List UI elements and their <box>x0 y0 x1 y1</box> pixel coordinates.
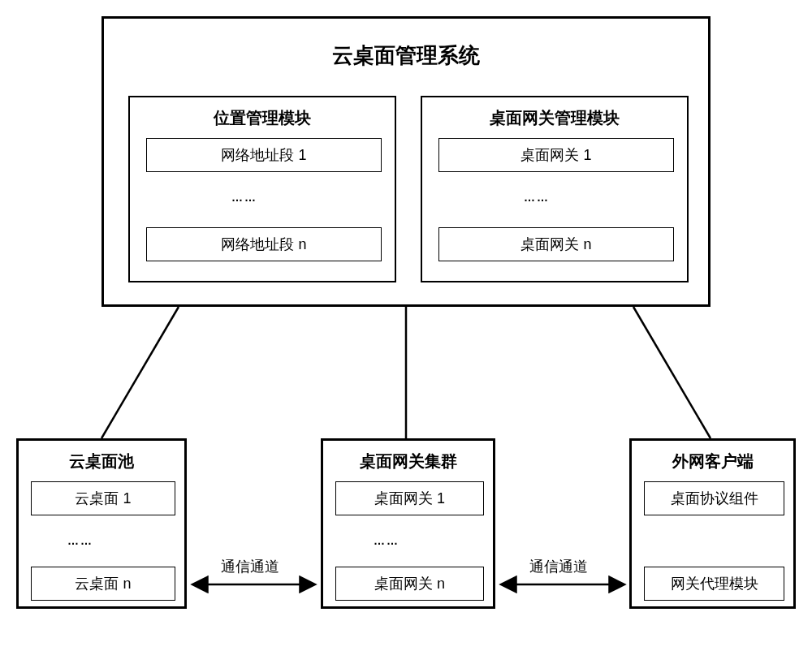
gateway-ellipsis: …… <box>524 191 550 204</box>
cluster-item-first: 桌面网关 1 <box>335 481 484 515</box>
gateway-item-first: 桌面网关 1 <box>438 138 674 172</box>
pool-ellipsis: …… <box>67 534 93 547</box>
client-box: 外网客户端 桌面协议组件 网关代理模块 <box>629 438 796 609</box>
gateway-item-last: 桌面网关 n <box>438 227 674 261</box>
mgmt-system-box: 云桌面管理系统 位置管理模块 网络地址段 1 …… 网络地址段 n 桌面网关管理… <box>102 16 710 307</box>
client-protocol-component: 桌面协议组件 <box>644 481 784 515</box>
svg-line-2 <box>633 307 710 438</box>
gateway-module-title: 桌面网关管理模块 <box>422 107 687 129</box>
location-ellipsis: …… <box>231 191 257 204</box>
location-module-box: 位置管理模块 网络地址段 1 …… 网络地址段 n <box>128 96 396 282</box>
pool-item-last: 云桌面 n <box>31 567 175 601</box>
pool-box: 云桌面池 云桌面 1 …… 云桌面 n <box>16 438 187 609</box>
pool-item-first: 云桌面 1 <box>31 481 175 515</box>
channel-label-left: 通信通道 <box>221 557 279 576</box>
location-item-last: 网络地址段 n <box>146 227 382 261</box>
cluster-ellipsis: …… <box>374 534 400 547</box>
svg-line-0 <box>102 307 179 438</box>
diagram-canvas: 云桌面管理系统 位置管理模块 网络地址段 1 …… 网络地址段 n 桌面网关管理… <box>16 16 796 635</box>
cluster-box: 桌面网关集群 桌面网关 1 …… 桌面网关 n <box>321 438 495 609</box>
location-module-title: 位置管理模块 <box>130 107 395 129</box>
client-title: 外网客户端 <box>632 451 793 472</box>
cluster-item-last: 桌面网关 n <box>335 567 484 601</box>
pool-title: 云桌面池 <box>19 451 184 472</box>
channel-label-right: 通信通道 <box>529 557 588 576</box>
mgmt-title: 云桌面管理系统 <box>104 41 708 70</box>
cluster-title: 桌面网关集群 <box>323 451 493 472</box>
gateway-module-box: 桌面网关管理模块 桌面网关 1 …… 桌面网关 n <box>421 96 689 282</box>
location-item-first: 网络地址段 1 <box>146 138 382 172</box>
client-proxy-module: 网关代理模块 <box>644 567 784 601</box>
